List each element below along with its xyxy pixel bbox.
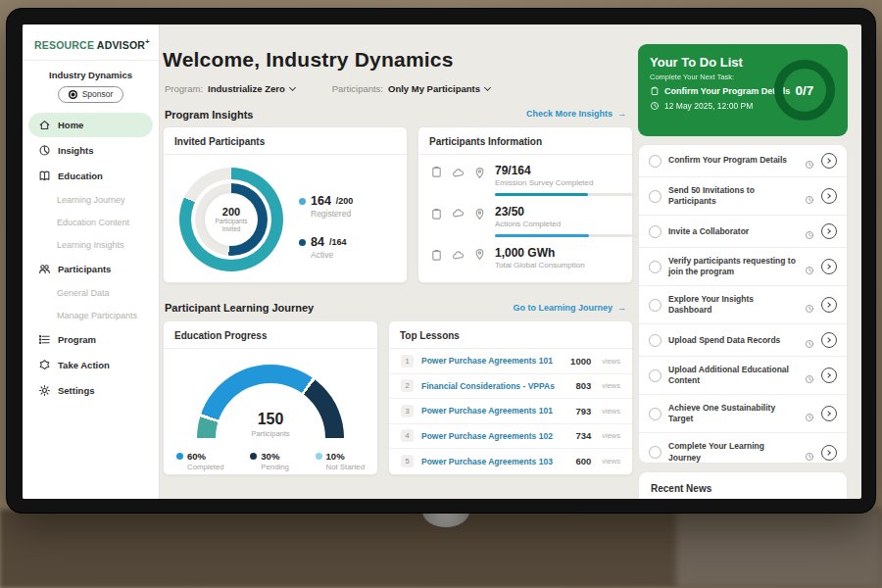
program-filter[interactable]: Program: Industrialize Zero bbox=[165, 83, 295, 94]
lesson-row[interactable]: 4 Power Purchase Agreements 102 734 view… bbox=[389, 424, 632, 450]
sidebar-item[interactable]: Settings bbox=[28, 378, 153, 403]
account-name: Industry Dynamics bbox=[23, 70, 159, 80]
clock-icon bbox=[805, 300, 814, 310]
task-go-button[interactable] bbox=[821, 259, 837, 274]
lesson-title-link[interactable]: Power Purchase Agreements 103 bbox=[421, 457, 567, 466]
task-checkbox[interactable] bbox=[649, 446, 662, 459]
task-row[interactable]: Invite a Collaborator bbox=[639, 216, 847, 248]
sidebar-item[interactable]: Manage Participants bbox=[28, 305, 153, 326]
clipboard-icon bbox=[650, 86, 660, 96]
app-logo[interactable]: RESOURCE ADVISOR+ bbox=[23, 24, 159, 61]
sidebar-item[interactable]: Education bbox=[28, 164, 153, 188]
metric-row: 79/164 Emission Survey Completed bbox=[418, 155, 632, 196]
task-row[interactable]: Upload Additional Educational Content bbox=[639, 357, 847, 395]
task-row[interactable]: Achieve One Sustainability Target bbox=[639, 395, 847, 433]
lesson-row[interactable]: 1 Power Purchase Agreements 101 1000 vie… bbox=[389, 349, 632, 374]
sidebar-item[interactable]: Education Content bbox=[28, 212, 153, 233]
clock-icon bbox=[805, 370, 814, 380]
legend-value: 10% bbox=[326, 451, 345, 462]
lesson-views-suffix: views bbox=[602, 381, 620, 390]
task-go-button[interactable] bbox=[821, 406, 837, 421]
invited-participants-donut-chart[interactable]: 200 Participants Invited bbox=[179, 168, 283, 271]
brand-secondary: ADVISOR bbox=[97, 39, 145, 51]
legend-entry: 84/164 Active bbox=[299, 235, 353, 260]
lesson-row[interactable]: 2 Financial Considerations - VPPAs 803 v… bbox=[389, 374, 632, 400]
gauge-center-value: 150 bbox=[197, 411, 344, 428]
survey-icon bbox=[430, 166, 443, 178]
sidebar-item-label: Take Action bbox=[58, 360, 110, 370]
location-icon bbox=[473, 248, 486, 261]
lesson-row[interactable]: 5 Power Purchase Agreements 103 600 view… bbox=[389, 449, 632, 474]
task-checkbox[interactable] bbox=[649, 299, 662, 312]
sponsor-label: Sponsor bbox=[82, 89, 114, 99]
task-go-button[interactable] bbox=[821, 297, 837, 313]
sidebar-nav: Home Insights bbox=[23, 113, 159, 403]
chevron-right-icon bbox=[825, 158, 831, 164]
task-go-button[interactable] bbox=[821, 445, 837, 461]
arrow-right-icon: → bbox=[617, 303, 626, 313]
task-checkbox[interactable] bbox=[649, 225, 662, 238]
task-row[interactable]: Confirm Your Program Details bbox=[639, 145, 847, 177]
education-progress-gauge-chart[interactable]: 150 Participants bbox=[197, 365, 344, 438]
lesson-views-suffix: views bbox=[602, 457, 620, 466]
lesson-title-link[interactable]: Power Purchase Agreements 102 bbox=[421, 431, 567, 441]
task-checkbox[interactable] bbox=[649, 261, 662, 273]
legend-label: Pending bbox=[261, 463, 289, 471]
sidebar-item[interactable]: Learning Insights bbox=[28, 234, 153, 256]
sidebar-item[interactable]: Take Action bbox=[28, 353, 153, 377]
task-row[interactable]: Verify participants requesting to join t… bbox=[639, 248, 847, 286]
filter-bar: Program: Industrialize Zero Participants… bbox=[165, 83, 490, 94]
clock-icon bbox=[650, 101, 660, 111]
legend-entry: 30% Pending bbox=[250, 451, 289, 471]
lesson-views-count: 734 bbox=[575, 430, 591, 441]
task-checkbox[interactable] bbox=[649, 334, 662, 347]
participants-filter[interactable]: Participants: Only My Participants bbox=[332, 83, 490, 94]
insights-icon bbox=[38, 144, 51, 157]
task-go-button[interactable] bbox=[821, 188, 837, 204]
sidebar-item-label: Learning Insights bbox=[57, 240, 124, 250]
lesson-title-link[interactable]: Power Purchase Agreements 101 bbox=[421, 356, 563, 366]
task-checkbox[interactable] bbox=[649, 369, 662, 382]
sponsor-badge[interactable]: Sponsor bbox=[58, 86, 124, 103]
task-label: Upload Additional Educational Content bbox=[668, 365, 798, 386]
task-checkbox[interactable] bbox=[649, 155, 662, 168]
task-go-button[interactable] bbox=[821, 223, 837, 239]
wall-background bbox=[676, 508, 882, 588]
legend-label: Active bbox=[311, 250, 353, 260]
sidebar-item[interactable]: Learning Journey bbox=[28, 189, 153, 211]
legend-entry: 60% Completed bbox=[176, 451, 224, 471]
sidebar-item[interactable]: Participants bbox=[28, 257, 153, 281]
task-go-button[interactable] bbox=[821, 332, 837, 348]
check-more-insights-link[interactable]: Check More Insights → bbox=[526, 109, 626, 119]
actions-icon bbox=[452, 207, 465, 220]
sidebar-item[interactable]: Insights bbox=[28, 138, 153, 163]
task-go-button[interactable] bbox=[821, 153, 837, 169]
chevron-right-icon bbox=[825, 372, 831, 378]
lesson-title-link[interactable]: Power Purchase Agreements 101 bbox=[421, 406, 567, 416]
todo-header-card: Your To Do List Complete Your Next Task:… bbox=[638, 44, 848, 136]
sidebar-item[interactable]: General Data bbox=[28, 282, 153, 304]
go-to-learning-journey-link[interactable]: Go to Learning Journey → bbox=[513, 303, 626, 313]
task-row[interactable]: Upload Spend Data Records bbox=[639, 324, 847, 357]
task-row[interactable]: Explore Your Insights Dashboard bbox=[639, 286, 847, 324]
task-go-button[interactable] bbox=[821, 368, 837, 383]
metric-label: Actions Completed bbox=[495, 220, 650, 228]
chevron-right-icon bbox=[825, 193, 831, 199]
sidebar-item[interactable]: Home bbox=[28, 113, 153, 137]
task-label: Upload Spend Data Records bbox=[668, 335, 798, 346]
sidebar-item[interactable]: Program bbox=[28, 327, 153, 352]
task-checkbox[interactable] bbox=[649, 408, 662, 420]
metric-row: 1,000 GWh Total Global Consumption bbox=[418, 237, 632, 270]
task-label: Invite a Collaborator bbox=[668, 226, 798, 237]
lesson-title-link[interactable]: Financial Considerations - VPPAs bbox=[421, 381, 567, 391]
task-row[interactable]: Send 50 Invitations to Participants bbox=[639, 177, 847, 216]
lesson-views-suffix: views bbox=[602, 357, 620, 366]
monitor-bezel: RESOURCE ADVISOR+ Industry Dynamics Spon… bbox=[6, 8, 876, 514]
legend-entry: 164/200 Registered bbox=[299, 194, 353, 219]
task-checkbox[interactable] bbox=[649, 190, 662, 203]
lesson-rank-badge: 2 bbox=[401, 379, 414, 392]
metric-value: 23/50 bbox=[495, 205, 650, 219]
lesson-row[interactable]: 3 Power Purchase Agreements 101 793 view… bbox=[389, 399, 632, 424]
legend-value: 84 bbox=[311, 235, 324, 249]
task-row[interactable]: Complete Your Learning Journey bbox=[639, 433, 847, 464]
